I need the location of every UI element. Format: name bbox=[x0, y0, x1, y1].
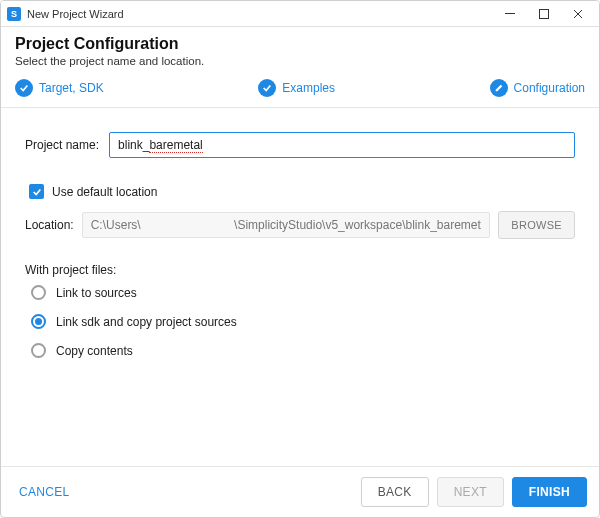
content-area: Project name: blink_baremetal Use defaul… bbox=[1, 108, 599, 466]
step-label: Configuration bbox=[514, 81, 585, 95]
step-configuration[interactable]: Configuration bbox=[490, 79, 585, 97]
cancel-button[interactable]: CANCEL bbox=[13, 485, 75, 499]
wizard-footer: CANCEL BACK NEXT FINISH bbox=[1, 466, 599, 517]
step-label: Examples bbox=[282, 81, 335, 95]
project-name-label: Project name: bbox=[25, 138, 99, 152]
radio-link-to-sources[interactable]: Link to sources bbox=[31, 285, 575, 300]
radio-icon bbox=[31, 343, 46, 358]
project-name-value-prefix: blink bbox=[118, 138, 143, 152]
window-maximize-button[interactable] bbox=[527, 2, 561, 26]
radio-label: Copy contents bbox=[56, 344, 133, 358]
project-name-input[interactable]: blink_baremetal bbox=[109, 132, 575, 158]
finish-button[interactable]: FINISH bbox=[512, 477, 587, 507]
page-subtitle: Select the project name and location. bbox=[15, 55, 585, 67]
project-files-radio-group: Link to sources Link sdk and copy projec… bbox=[31, 285, 575, 358]
use-default-location-label: Use default location bbox=[52, 185, 157, 199]
page-title: Project Configuration bbox=[15, 35, 585, 53]
window-titlebar: S New Project Wizard bbox=[1, 1, 599, 27]
radio-link-sdk-copy-sources[interactable]: Link sdk and copy project sources bbox=[31, 314, 575, 329]
use-default-location-checkbox[interactable] bbox=[29, 184, 44, 199]
window-title: New Project Wizard bbox=[27, 8, 493, 20]
window-minimize-button[interactable] bbox=[493, 2, 527, 26]
wizard-steps: Target, SDK Examples Configuration bbox=[1, 77, 599, 107]
back-button[interactable]: BACK bbox=[361, 477, 429, 507]
radio-copy-contents[interactable]: Copy contents bbox=[31, 343, 575, 358]
app-icon: S bbox=[7, 7, 21, 21]
project-name-row: Project name: blink_baremetal bbox=[25, 132, 575, 158]
svg-rect-0 bbox=[540, 9, 549, 18]
next-button: NEXT bbox=[437, 477, 504, 507]
check-circle-icon bbox=[15, 79, 33, 97]
project-files-title: With project files: bbox=[25, 263, 575, 277]
step-target-sdk[interactable]: Target, SDK bbox=[15, 79, 104, 97]
pencil-circle-icon bbox=[490, 79, 508, 97]
location-label: Location: bbox=[25, 218, 74, 232]
radio-icon bbox=[31, 314, 46, 329]
use-default-location-row: Use default location bbox=[29, 184, 575, 199]
step-examples[interactable]: Examples bbox=[258, 79, 335, 97]
check-circle-icon bbox=[258, 79, 276, 97]
browse-button: BROWSE bbox=[498, 211, 575, 239]
location-input bbox=[82, 212, 491, 238]
window-close-button[interactable] bbox=[561, 2, 595, 26]
radio-icon bbox=[31, 285, 46, 300]
project-name-value-suffix: baremetal bbox=[149, 138, 202, 153]
step-label: Target, SDK bbox=[39, 81, 104, 95]
radio-label: Link sdk and copy project sources bbox=[56, 315, 237, 329]
wizard-window: S New Project Wizard Project Configurati… bbox=[0, 0, 600, 518]
page-header: Project Configuration Select the project… bbox=[1, 27, 599, 77]
location-row: Location: BROWSE bbox=[25, 211, 575, 239]
radio-label: Link to sources bbox=[56, 286, 137, 300]
